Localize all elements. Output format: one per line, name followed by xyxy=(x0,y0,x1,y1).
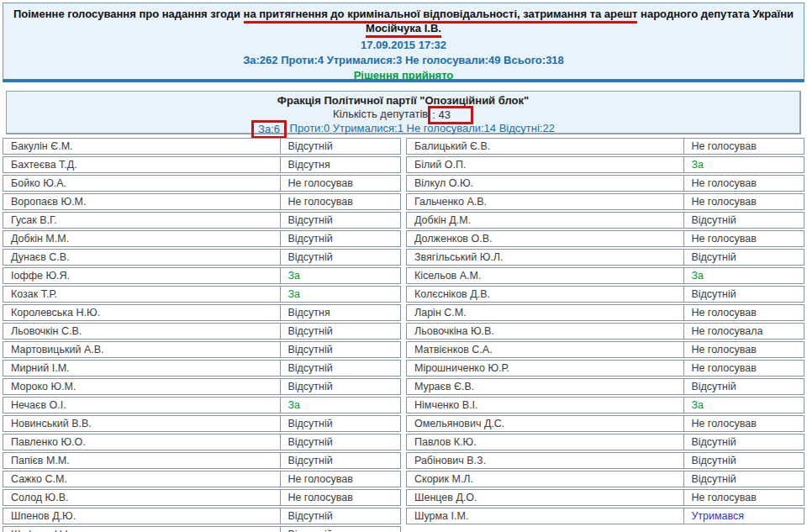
deputy-name: Мороко Ю.М. xyxy=(3,379,281,394)
deputy-row: Бакулін Є.М. Відсутній xyxy=(3,138,401,155)
deputy-vote: Відсутній xyxy=(684,287,804,302)
deputy-row: Мирний І.М. Відсутній xyxy=(3,360,401,377)
deputy-name: Гальченко А.В. xyxy=(407,194,684,209)
deputy-row: Білий О.П. За xyxy=(406,156,804,173)
page-title-line2: Мосійчука І.В. xyxy=(3,21,804,35)
deputy-row: Павленко Ю.О. Відсутній xyxy=(3,434,401,450)
deputy-vote: Відсутній xyxy=(684,250,804,265)
total-vsoho: Всього:318 xyxy=(504,54,564,66)
deputy-row: Мураєв Є.В. Відсутній xyxy=(406,378,804,395)
deputy-name: Звягільський Ю.Л. xyxy=(407,250,684,265)
deputy-vote: Не голосував xyxy=(684,342,804,357)
deputy-name: Рабінович В.З. xyxy=(407,453,684,468)
deputy-name: Королевська Н.Ю. xyxy=(3,305,281,320)
deputy-vote: Відсутній xyxy=(684,453,804,468)
deputy-vote: Відсутній xyxy=(281,527,400,532)
fraction-deputy-count: Кількість депутатів: 43 xyxy=(7,108,799,121)
deputy-vote: Відсутній xyxy=(281,139,400,154)
deputy-row: Мірошниченко Ю.Р. Не голосував xyxy=(406,360,804,377)
deputy-vote: За xyxy=(684,398,804,413)
deputy-vote: Не голосував xyxy=(684,416,804,431)
deputy-row: Матвієнков С.А. Не голосував xyxy=(406,341,804,358)
deputy-name: Шенцев Д.О. xyxy=(407,490,684,505)
deputy-row: Балицький Є.В. Не голосував xyxy=(406,138,804,155)
deputy-vote: За xyxy=(281,398,400,413)
deputy-vote: Не голосував xyxy=(684,176,804,191)
fraction-ne-holosuvaly: Не голосували:14 xyxy=(407,122,497,134)
deputy-row: Скорик М.Л. Відсутній xyxy=(406,471,804,487)
deputy-vote: Не голосував xyxy=(281,194,400,209)
deputy-row: Шуфрич Н.І. Відсутній xyxy=(3,526,401,532)
votes-table: Бакулін Є.М. Відсутній Бахтеєва Т.Д. Від… xyxy=(3,138,804,532)
deputy-name: Скорик М.Л. xyxy=(407,471,684,487)
deputy-name: Мірошниченко Ю.Р. xyxy=(407,361,684,376)
deputy-name: Льовочкіна Ю.В. xyxy=(407,324,684,339)
deputy-name: Новинський В.В. xyxy=(3,416,281,431)
deputy-row: Шпенов Д.Ю. Відсутній xyxy=(3,508,401,524)
deputy-row: Кісельов А.М. За xyxy=(406,267,804,284)
deputy-vote: Відсутній xyxy=(281,361,400,376)
fraction-totals: За:6 Проти:0 Утрималися:1 Не голосували:… xyxy=(7,122,799,135)
deputy-name: Омельянович Д.С. xyxy=(407,416,684,431)
deputy-row: Льовочкін С.В. Відсутній xyxy=(3,323,401,340)
deputy-vote: Відсутній xyxy=(684,379,804,394)
page-title-line1: Поіменне голосування про надання згоди н… xyxy=(3,7,804,21)
fraction-proty: Проти:0 xyxy=(290,122,330,134)
deputy-row: Королевська Н.Ю. Відсутня xyxy=(3,304,401,321)
deputy-vote: Не голосував xyxy=(684,139,804,154)
deputy-vote: Не голосував xyxy=(281,490,400,505)
deputy-vote: За xyxy=(281,268,400,283)
vote-header-panel: Поіменне голосування про надання згоди н… xyxy=(3,3,804,82)
deputy-row: Сажко С.М. Не голосував xyxy=(3,471,401,487)
deputy-name: Дунаєв С.В. xyxy=(3,250,281,265)
fraction-panel: Фракція Політичної партії "Опозиційний б… xyxy=(6,91,801,134)
deputy-vote: Відсутній xyxy=(281,213,400,228)
deputy-name: Долженков О.В. xyxy=(407,231,684,246)
deputy-row: Рабінович В.З. Відсутній xyxy=(406,452,804,469)
deputy-row: Новинський В.В. Відсутній xyxy=(3,415,401,432)
deputy-vote: Відсутня xyxy=(281,157,400,172)
deputy-vote: Не голосував xyxy=(281,176,400,191)
total-utrymalysia: Утрималися:3 xyxy=(327,54,403,66)
deputy-vote: За xyxy=(684,157,804,172)
deputy-row: Льовочкіна Ю.В. Не голосувала xyxy=(406,323,804,340)
deputy-vote: Відсутній xyxy=(281,379,400,394)
deputy-vote: Не голосувала xyxy=(684,324,804,339)
fraction-name: Фракція Політичної партії "Опозиційний б… xyxy=(7,94,799,107)
deputy-name: Кісельов А.М. xyxy=(407,268,684,283)
deputy-name: Мирний І.М. xyxy=(3,361,281,376)
title-text-pre: Поіменне голосування про надання згоди xyxy=(13,8,244,20)
deputy-name: Колєсніков Д.В. xyxy=(407,287,684,302)
deputy-row: Гальченко А.В. Не голосував xyxy=(406,193,804,210)
deputy-row: Нечаєв О.І. За xyxy=(3,397,401,413)
deputy-vote: Відсутній xyxy=(281,453,400,468)
deputy-name: Шурма І.М. xyxy=(407,508,684,524)
deputy-vote: Відсутній xyxy=(684,435,804,450)
total-ne-holosuvaly: Не голосували:49 xyxy=(405,54,501,66)
deputy-name: Павленко Ю.О. xyxy=(3,435,281,450)
deputy-name: Матвієнков С.А. xyxy=(407,342,684,357)
deputy-row: Мороко Ю.М. Відсутній xyxy=(3,378,401,395)
deputy-row: Добкін М.М. Відсутній xyxy=(3,230,401,247)
deputy-row: Шурма І.М. Утримався xyxy=(406,508,804,524)
fraction-za-highlight: За:6 xyxy=(251,120,287,139)
deputy-vote: Не голосував xyxy=(281,471,400,487)
deputy-row: Солод Ю.В. Не голосував xyxy=(3,489,401,506)
deputy-name: Козак Т.Р. xyxy=(3,287,281,302)
deputy-name: Павлов К.Ю. xyxy=(407,435,684,450)
deputy-name: Мураєв Є.В. xyxy=(407,379,684,394)
deputy-vote: За xyxy=(281,287,400,302)
deputy-name: Мартовицький А.В. xyxy=(3,342,281,357)
deputy-vote: Не голосував xyxy=(684,361,804,376)
total-za: За:262 xyxy=(243,54,277,66)
deputy-name: Гусак В.Г. xyxy=(3,213,281,228)
vote-datetime: 17.09.2015 17:32 xyxy=(3,40,804,51)
deputy-name: Балицький Є.В. xyxy=(407,139,684,154)
deputy-row: Добкін Д.М. Відсутній xyxy=(406,212,804,229)
deputy-row: Колєсніков Д.В. Відсутній xyxy=(406,286,804,303)
deputy-row: Шенцев Д.О. Не голосував xyxy=(406,489,804,506)
deputy-row: Воропаєв Ю.М. Не голосував xyxy=(3,193,401,210)
deputy-row: Бахтеєва Т.Д. Відсутня xyxy=(3,156,401,173)
fraction-vidsutni: Відсутні:22 xyxy=(499,122,555,134)
deputy-row: Павлов К.Ю. Відсутній xyxy=(406,434,804,450)
